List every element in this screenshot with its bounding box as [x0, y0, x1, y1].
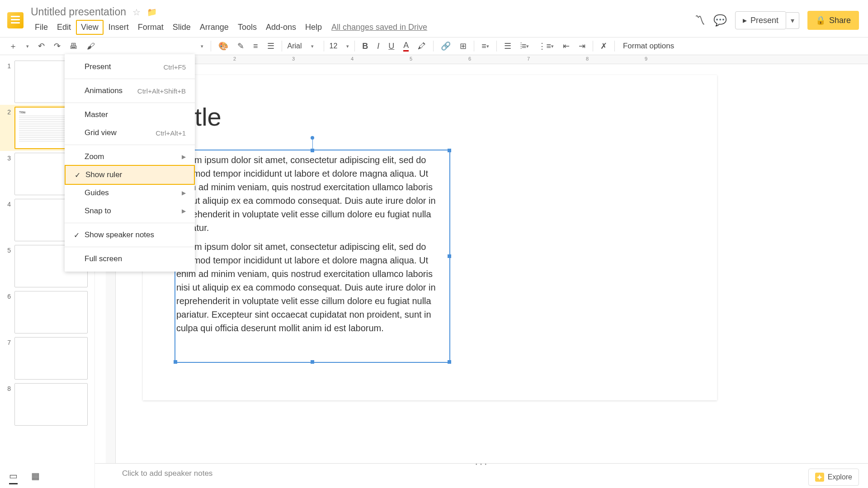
- menu-item-show-ruler[interactable]: ✓ Show ruler: [65, 165, 195, 185]
- resize-handle-mr[interactable]: [448, 254, 451, 258]
- menu-item-grid-view[interactable]: Grid view Ctrl+Alt+1: [65, 124, 195, 142]
- separator: [433, 41, 434, 52]
- present-button[interactable]: ▸ Present: [735, 11, 786, 29]
- menu-label: Master: [85, 110, 186, 119]
- highlight-button[interactable]: 🖍: [414, 39, 429, 54]
- resize-handle-br[interactable]: [448, 360, 451, 364]
- view-menu-dropdown: Present Ctrl+F5 Animations Ctrl+Alt+Shif…: [65, 54, 195, 272]
- redo-button[interactable]: ↷: [50, 38, 64, 54]
- resize-handle-bl[interactable]: [174, 360, 177, 364]
- activity-icon[interactable]: 〽: [694, 14, 705, 27]
- slide-thumb-7[interactable]: 7: [0, 335, 94, 381]
- menu-help[interactable]: Help: [301, 21, 326, 34]
- grid-view-button[interactable]: ▦: [31, 470, 40, 484]
- align-button[interactable]: ≡ ▾: [478, 39, 493, 54]
- explore-button[interactable]: ✦ Explore: [808, 469, 859, 486]
- border-weight-button[interactable]: ≡: [250, 39, 262, 54]
- filmstrip-view-button[interactable]: ▭: [9, 470, 18, 484]
- slide-number: 7: [4, 337, 11, 380]
- numbered-list-button[interactable]: ⦙≡ ▾: [517, 39, 533, 54]
- menu-view[interactable]: View: [76, 20, 104, 35]
- clear-formatting-button[interactable]: ✗: [597, 38, 611, 54]
- italic-button[interactable]: I: [373, 39, 383, 54]
- slide-number: 1: [4, 61, 11, 103]
- separator: [211, 41, 211, 52]
- textbox-empty-space[interactable]: [176, 340, 448, 354]
- border-color-button[interactable]: ✎: [234, 38, 248, 54]
- menu-item-master[interactable]: Master: [65, 106, 195, 124]
- share-button[interactable]: 🔒 Share: [807, 11, 859, 30]
- move-to-folder-icon[interactable]: 📁: [147, 7, 157, 17]
- line-spacing-button[interactable]: ☰: [500, 38, 515, 54]
- fill-color-button[interactable]: 🎨: [215, 38, 232, 54]
- slides-icon: [7, 12, 24, 28]
- menu-item-guides[interactable]: Guides ▶: [65, 184, 195, 202]
- rotation-handle[interactable]: [311, 136, 314, 140]
- separator: [593, 41, 593, 52]
- insert-comment-button[interactable]: ⊞: [456, 38, 470, 54]
- bold-button[interactable]: B: [359, 39, 372, 54]
- resize-handle-bm[interactable]: [311, 360, 314, 364]
- decrease-indent-button[interactable]: ⇤: [559, 38, 573, 54]
- present-dropdown[interactable]: ▾: [786, 12, 799, 29]
- star-icon[interactable]: ☆: [132, 7, 141, 18]
- canvas-area: 1 2 3 4 5 6 7 8 9 Title: [95, 55, 868, 488]
- slides-logo[interactable]: [5, 10, 25, 30]
- menu-file[interactable]: File: [31, 21, 52, 34]
- title-area: Untitled presentation ☆ 📁 File Edit View…: [31, 6, 694, 35]
- menu-tools[interactable]: Tools: [234, 21, 261, 34]
- menubar: File Edit View Insert Format Slide Arran…: [31, 20, 694, 35]
- slide-title[interactable]: Title: [175, 102, 685, 131]
- comments-icon[interactable]: 💬: [713, 14, 727, 27]
- horizontal-ruler[interactable]: 1 2 3 4 5 6 7 8 9: [116, 55, 868, 64]
- selected-textbox[interactable]: Lorem ipsum dolor sit amet, consectetur …: [175, 150, 450, 363]
- resize-handle-tr[interactable]: [448, 149, 451, 152]
- slide-canvas[interactable]: Title Lorem ipsum dolor sit amet, consec…: [116, 64, 868, 463]
- text-color-button[interactable]: A: [400, 38, 412, 54]
- font-size: 12: [330, 42, 338, 50]
- font-family-select[interactable]: Arial ▾: [286, 40, 320, 52]
- save-status[interactable]: All changes saved in Drive: [331, 23, 427, 32]
- menu-shortcut: Ctrl+Alt+1: [156, 129, 186, 137]
- paint-format-button[interactable]: 🖌: [83, 39, 99, 54]
- slide-thumb-8[interactable]: 8: [0, 381, 94, 427]
- menu-insert[interactable]: Insert: [104, 21, 133, 34]
- new-slide-dropdown[interactable]: ▾: [23, 41, 33, 52]
- menu-slide[interactable]: Slide: [169, 21, 195, 34]
- increase-indent-button[interactable]: ⇥: [575, 38, 589, 54]
- menu-label: Show speaker notes: [85, 230, 186, 239]
- checkmark-icon: ✓: [74, 231, 85, 239]
- new-slide-button[interactable]: ＋: [5, 38, 21, 54]
- print-button[interactable]: 🖶: [66, 39, 81, 54]
- bulleted-list-button[interactable]: ⋮≡ ▾: [534, 38, 557, 54]
- menu-addons[interactable]: Add-ons: [262, 21, 300, 34]
- menu-divider: [65, 145, 195, 145]
- zoom-dropdown[interactable]: ▾: [197, 41, 207, 52]
- format-options-button[interactable]: Format options: [623, 42, 674, 51]
- menu-item-animations[interactable]: Animations Ctrl+Alt+Shift+B: [65, 82, 195, 100]
- menu-item-show-speaker-notes[interactable]: ✓ Show speaker notes: [65, 226, 195, 244]
- menu-label: Show ruler: [85, 170, 185, 179]
- menu-item-zoom[interactable]: Zoom ▶: [65, 148, 195, 166]
- slide[interactable]: Title Lorem ipsum dolor sit amet, consec…: [143, 75, 717, 400]
- chevron-down-icon: ▾: [346, 43, 349, 49]
- insert-link-button[interactable]: 🔗: [437, 38, 454, 54]
- document-title[interactable]: Untitled presentation: [31, 6, 126, 18]
- font-size-select[interactable]: 12 ▾: [328, 40, 351, 52]
- textbox-paragraph-1[interactable]: Lorem ipsum dolor sit amet, consectetur …: [176, 153, 448, 235]
- border-dash-button[interactable]: ☰: [264, 38, 278, 54]
- resize-handle-tm[interactable]: [311, 149, 314, 152]
- menu-label: Present: [85, 62, 163, 71]
- underline-button[interactable]: U: [385, 39, 398, 54]
- undo-button[interactable]: ↶: [34, 38, 48, 54]
- menu-edit[interactable]: Edit: [53, 21, 75, 34]
- slide-thumb-6[interactable]: 6: [0, 289, 94, 335]
- menu-format[interactable]: Format: [134, 21, 168, 34]
- textbox-paragraph-2[interactable]: Lorem ipsum dolor sit amet, consectetur …: [176, 240, 448, 335]
- view-toggles: ▭ ▦: [9, 470, 40, 484]
- menu-item-full-screen[interactable]: Full screen: [65, 250, 195, 268]
- ruler-mark: 3: [292, 56, 295, 61]
- menu-item-snap-to[interactable]: Snap to ▶: [65, 202, 195, 220]
- menu-arrange[interactable]: Arrange: [196, 21, 233, 34]
- menu-item-present[interactable]: Present Ctrl+F5: [65, 58, 195, 76]
